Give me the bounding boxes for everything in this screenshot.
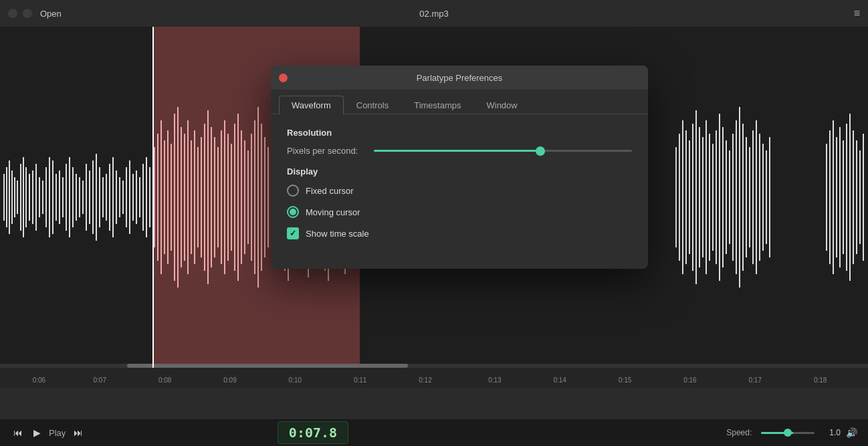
- svg-rect-14: [45, 167, 47, 227]
- svg-rect-75: [251, 134, 252, 261]
- svg-rect-33: [109, 164, 110, 231]
- timeline-label-4: 0:10: [289, 376, 302, 384]
- svg-rect-168: [689, 140, 690, 254]
- svg-rect-32: [106, 174, 107, 221]
- fixed-cursor-option[interactable]: Fixed cursor: [287, 185, 632, 197]
- tab-waveform[interactable]: Waveform: [279, 96, 344, 114]
- svg-rect-169: [692, 124, 693, 271]
- svg-rect-80: [267, 147, 269, 247]
- svg-rect-61: [204, 124, 205, 271]
- svg-rect-35: [116, 171, 117, 224]
- svg-rect-24: [79, 177, 80, 217]
- svg-rect-8: [25, 167, 27, 227]
- timeline-label-2: 0:08: [158, 376, 171, 384]
- titlebar-buttons: [8, 9, 32, 18]
- moving-cursor-radio[interactable]: [287, 206, 299, 218]
- svg-rect-72: [241, 130, 242, 264]
- timeline-label-3: 0:09: [223, 376, 236, 384]
- svg-rect-204: [863, 134, 864, 261]
- timeline-label-7: 0:13: [488, 376, 501, 384]
- moving-cursor-option[interactable]: Moving cursor: [287, 206, 632, 218]
- svg-rect-21: [69, 157, 70, 237]
- svg-rect-179: [726, 140, 727, 254]
- svg-rect-31: [102, 177, 104, 217]
- timeline-label-1: 0:07: [94, 376, 106, 384]
- fixed-cursor-radio[interactable]: [287, 185, 299, 197]
- show-time-scale-checkbox[interactable]: ✓: [287, 227, 299, 239]
- speed-slider[interactable]: [761, 432, 815, 434]
- svg-rect-73: [244, 140, 245, 254]
- window-title: 02.mp3: [419, 9, 448, 19]
- svg-rect-74: [247, 150, 249, 244]
- tab-window[interactable]: Window: [473, 96, 530, 114]
- play-button[interactable]: ▶: [31, 425, 43, 441]
- rewind-button[interactable]: ⏮: [11, 425, 25, 441]
- svg-rect-17: [56, 174, 57, 221]
- transport-bar: ⏮ ▶ Play ⏭ 0:07.8 Speed: 1.0 🔊: [0, 419, 868, 446]
- svg-rect-60: [201, 137, 202, 257]
- svg-rect-36: [119, 177, 120, 217]
- svg-rect-196: [836, 137, 837, 257]
- resolution-section-title: Resolution: [287, 128, 632, 138]
- checkbox-checkmark: ✓: [290, 229, 296, 237]
- resolution-slider[interactable]: [374, 150, 632, 152]
- svg-rect-178: [722, 127, 724, 267]
- timeline-label-0: 0:06: [33, 376, 45, 384]
- tab-controls[interactable]: Controls: [344, 96, 401, 114]
- svg-rect-58: [194, 130, 195, 264]
- svg-rect-192: [769, 137, 770, 257]
- svg-rect-198: [843, 140, 844, 254]
- svg-rect-57: [191, 140, 192, 254]
- svg-rect-49: [164, 140, 165, 254]
- svg-rect-181: [732, 134, 734, 261]
- svg-rect-43: [142, 164, 144, 231]
- svg-rect-187: [752, 130, 754, 264]
- timeline-label-12: 0:18: [814, 376, 827, 384]
- svg-rect-25: [82, 181, 84, 214]
- svg-rect-55: [184, 134, 185, 261]
- svg-rect-201: [853, 130, 854, 264]
- open-button[interactable]: Open: [40, 9, 62, 19]
- svg-rect-50: [167, 130, 169, 264]
- svg-rect-53: [177, 107, 179, 288]
- svg-rect-62: [207, 110, 209, 284]
- dialog-close-button[interactable]: [279, 74, 288, 82]
- svg-rect-175: [712, 144, 714, 251]
- display-section-title: Display: [287, 166, 632, 177]
- svg-rect-47: [157, 134, 158, 261]
- close-button[interactable]: [8, 9, 17, 18]
- svg-rect-189: [759, 134, 760, 261]
- dialog-titlebar: Parlatype Preferences: [271, 66, 648, 90]
- svg-rect-26: [86, 164, 87, 231]
- show-time-scale-option[interactable]: ✓ Show time scale: [287, 227, 632, 239]
- svg-rect-1: [6, 167, 7, 227]
- svg-rect-66: [221, 130, 222, 264]
- tab-timestamps[interactable]: Timestamps: [401, 96, 473, 114]
- fixed-cursor-label: Fixed cursor: [306, 186, 354, 196]
- svg-rect-165: [679, 134, 680, 261]
- svg-rect-197: [839, 127, 841, 267]
- svg-rect-194: [829, 130, 831, 264]
- svg-rect-177: [719, 114, 720, 281]
- svg-rect-2: [9, 160, 10, 234]
- timeline-label-8: 0:14: [553, 376, 566, 384]
- display-section-divider: Display: [287, 166, 632, 177]
- svg-rect-7: [23, 157, 24, 237]
- svg-rect-19: [62, 177, 64, 217]
- menu-button[interactable]: ≡: [854, 7, 860, 19]
- svg-rect-185: [746, 137, 747, 257]
- svg-rect-190: [762, 144, 764, 251]
- timeline: 0:06 0:07 0:08 0:09 0:10 0:11 0:12 0:13 …: [0, 368, 868, 388]
- svg-rect-68: [227, 134, 229, 261]
- timeline-label-9: 0:15: [619, 376, 631, 384]
- svg-rect-40: [132, 174, 134, 221]
- svg-rect-4: [14, 177, 15, 217]
- dialog-tabs: Waveform Controls Timestamps Window: [271, 90, 648, 114]
- forward-button[interactable]: ⏭: [71, 425, 86, 441]
- svg-rect-6: [20, 164, 21, 231]
- svg-rect-37: [122, 181, 124, 214]
- minimize-button[interactable]: [23, 9, 32, 18]
- svg-rect-38: [126, 167, 127, 227]
- svg-rect-10: [32, 171, 33, 224]
- svg-rect-171: [699, 127, 700, 267]
